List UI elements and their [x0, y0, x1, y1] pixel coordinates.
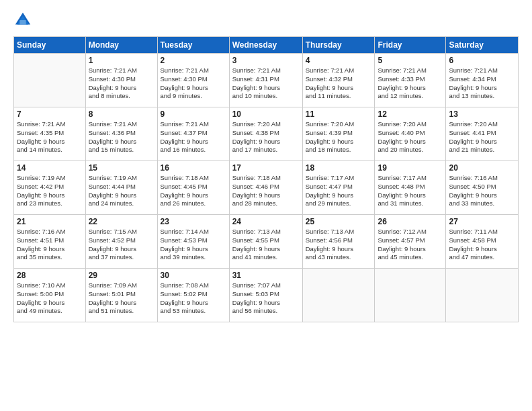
day-number: 16	[161, 163, 226, 173]
day-info: Sunrise: 7:13 AM Sunset: 4:56 PM Dayligh…	[306, 228, 372, 262]
day-cell: 27Sunrise: 7:11 AM Sunset: 4:58 PM Dayli…	[446, 215, 519, 269]
day-cell: 21Sunrise: 7:16 AM Sunset: 4:51 PM Dayli…	[14, 215, 86, 269]
page: SundayMondayTuesdayWednesdayThursdayFrid…	[0, 0, 532, 411]
day-cell: 15Sunrise: 7:19 AM Sunset: 4:44 PM Dayli…	[85, 161, 157, 215]
day-number: 4	[306, 56, 372, 65]
day-header-thursday: Thursday	[302, 37, 375, 54]
day-info: Sunrise: 7:19 AM Sunset: 4:42 PM Dayligh…	[17, 174, 83, 208]
day-number: 20	[449, 163, 515, 173]
day-info: Sunrise: 7:18 AM Sunset: 4:45 PM Dayligh…	[161, 174, 226, 208]
svg-rect-2	[19, 20, 26, 25]
day-cell: 6Sunrise: 7:21 AM Sunset: 4:34 PM Daylig…	[446, 54, 519, 107]
day-info: Sunrise: 7:07 AM Sunset: 5:03 PM Dayligh…	[232, 281, 300, 316]
day-info: Sunrise: 7:08 AM Sunset: 5:02 PM Dayligh…	[161, 281, 226, 316]
week-row-2: 7Sunrise: 7:21 AM Sunset: 4:35 PM Daylig…	[14, 107, 519, 161]
day-info: Sunrise: 7:18 AM Sunset: 4:46 PM Dayligh…	[232, 174, 300, 208]
day-number: 15	[89, 163, 154, 173]
day-header-saturday: Saturday	[446, 37, 519, 54]
day-cell	[14, 54, 86, 107]
day-info: Sunrise: 7:13 AM Sunset: 4:55 PM Dayligh…	[232, 228, 300, 262]
day-header-wednesday: Wednesday	[229, 37, 302, 54]
day-cell: 2Sunrise: 7:21 AM Sunset: 4:30 PM Daylig…	[157, 54, 229, 107]
day-info: Sunrise: 7:17 AM Sunset: 4:48 PM Dayligh…	[378, 174, 443, 208]
day-info: Sunrise: 7:15 AM Sunset: 4:52 PM Dayligh…	[89, 228, 154, 262]
day-info: Sunrise: 7:09 AM Sunset: 5:01 PM Dayligh…	[89, 281, 154, 316]
day-number: 9	[161, 109, 226, 119]
day-cell: 16Sunrise: 7:18 AM Sunset: 4:45 PM Dayli…	[157, 161, 229, 215]
day-cell: 25Sunrise: 7:13 AM Sunset: 4:56 PM Dayli…	[302, 215, 375, 269]
day-header-tuesday: Tuesday	[157, 37, 229, 54]
day-info: Sunrise: 7:16 AM Sunset: 4:50 PM Dayligh…	[449, 174, 515, 208]
day-number: 7	[17, 109, 83, 119]
week-row-1: 1Sunrise: 7:21 AM Sunset: 4:30 PM Daylig…	[14, 54, 519, 107]
day-cell: 11Sunrise: 7:20 AM Sunset: 4:39 PM Dayli…	[302, 107, 375, 161]
calendar-body: 1Sunrise: 7:21 AM Sunset: 4:30 PM Daylig…	[14, 54, 519, 322]
day-info: Sunrise: 7:21 AM Sunset: 4:35 PM Dayligh…	[17, 120, 83, 154]
day-info: Sunrise: 7:21 AM Sunset: 4:32 PM Dayligh…	[306, 66, 372, 101]
week-row-3: 14Sunrise: 7:19 AM Sunset: 4:42 PM Dayli…	[14, 161, 519, 215]
week-row-4: 21Sunrise: 7:16 AM Sunset: 4:51 PM Dayli…	[14, 215, 519, 269]
day-number: 8	[89, 109, 154, 119]
day-cell: 31Sunrise: 7:07 AM Sunset: 5:03 PM Dayli…	[229, 269, 302, 322]
day-number: 11	[306, 109, 372, 119]
day-info: Sunrise: 7:20 AM Sunset: 4:41 PM Dayligh…	[449, 120, 515, 154]
day-info: Sunrise: 7:21 AM Sunset: 4:31 PM Dayligh…	[232, 66, 300, 101]
day-info: Sunrise: 7:20 AM Sunset: 4:40 PM Dayligh…	[378, 120, 443, 154]
day-number: 10	[232, 109, 300, 119]
day-number: 12	[378, 109, 443, 119]
day-number: 13	[449, 109, 515, 119]
day-cell: 24Sunrise: 7:13 AM Sunset: 4:55 PM Dayli…	[229, 215, 302, 269]
day-number: 3	[232, 56, 300, 65]
day-cell: 8Sunrise: 7:21 AM Sunset: 4:36 PM Daylig…	[85, 107, 157, 161]
day-info: Sunrise: 7:20 AM Sunset: 4:39 PM Dayligh…	[306, 120, 372, 154]
day-number: 26	[378, 217, 443, 226]
logo-icon	[13, 11, 32, 30]
day-cell: 26Sunrise: 7:12 AM Sunset: 4:57 PM Dayli…	[375, 215, 446, 269]
day-cell: 1Sunrise: 7:21 AM Sunset: 4:30 PM Daylig…	[85, 54, 157, 107]
day-cell: 29Sunrise: 7:09 AM Sunset: 5:01 PM Dayli…	[85, 269, 157, 322]
day-cell: 3Sunrise: 7:21 AM Sunset: 4:31 PM Daylig…	[229, 54, 302, 107]
day-info: Sunrise: 7:21 AM Sunset: 4:34 PM Dayligh…	[449, 66, 515, 101]
day-cell: 7Sunrise: 7:21 AM Sunset: 4:35 PM Daylig…	[14, 107, 86, 161]
day-number: 30	[161, 271, 226, 280]
day-number: 24	[232, 217, 300, 226]
day-cell: 9Sunrise: 7:21 AM Sunset: 4:37 PM Daylig…	[157, 107, 229, 161]
day-number: 27	[449, 217, 515, 226]
calendar: SundayMondayTuesdayWednesdayThursdayFrid…	[13, 36, 519, 322]
day-cell: 30Sunrise: 7:08 AM Sunset: 5:02 PM Dayli…	[157, 269, 229, 322]
day-info: Sunrise: 7:21 AM Sunset: 4:36 PM Dayligh…	[89, 120, 154, 154]
day-cell: 12Sunrise: 7:20 AM Sunset: 4:40 PM Dayli…	[375, 107, 446, 161]
day-number: 2	[161, 56, 226, 65]
day-cell: 19Sunrise: 7:17 AM Sunset: 4:48 PM Dayli…	[375, 161, 446, 215]
header-row: SundayMondayTuesdayWednesdayThursdayFrid…	[14, 37, 519, 54]
calendar-header: SundayMondayTuesdayWednesdayThursdayFrid…	[14, 37, 519, 54]
day-cell: 14Sunrise: 7:19 AM Sunset: 4:42 PM Dayli…	[14, 161, 86, 215]
day-cell: 18Sunrise: 7:17 AM Sunset: 4:47 PM Dayli…	[302, 161, 375, 215]
day-number: 5	[378, 56, 443, 65]
day-cell: 28Sunrise: 7:10 AM Sunset: 5:00 PM Dayli…	[14, 269, 86, 322]
day-number: 1	[89, 56, 154, 65]
day-number: 18	[306, 163, 372, 173]
day-info: Sunrise: 7:14 AM Sunset: 4:53 PM Dayligh…	[161, 228, 226, 262]
day-number: 6	[449, 56, 515, 65]
week-row-5: 28Sunrise: 7:10 AM Sunset: 5:00 PM Dayli…	[14, 269, 519, 322]
day-number: 28	[17, 271, 83, 280]
day-cell: 10Sunrise: 7:20 AM Sunset: 4:38 PM Dayli…	[229, 107, 302, 161]
day-number: 31	[232, 271, 300, 280]
day-info: Sunrise: 7:17 AM Sunset: 4:47 PM Dayligh…	[306, 174, 372, 208]
day-info: Sunrise: 7:16 AM Sunset: 4:51 PM Dayligh…	[17, 228, 83, 262]
day-info: Sunrise: 7:21 AM Sunset: 4:33 PM Dayligh…	[378, 66, 443, 101]
day-number: 19	[378, 163, 443, 173]
day-info: Sunrise: 7:19 AM Sunset: 4:44 PM Dayligh…	[89, 174, 154, 208]
day-cell: 13Sunrise: 7:20 AM Sunset: 4:41 PM Dayli…	[446, 107, 519, 161]
day-number: 25	[306, 217, 372, 226]
day-number: 23	[161, 217, 226, 226]
day-cell: 4Sunrise: 7:21 AM Sunset: 4:32 PM Daylig…	[302, 54, 375, 107]
day-info: Sunrise: 7:20 AM Sunset: 4:38 PM Dayligh…	[232, 120, 300, 154]
day-info: Sunrise: 7:21 AM Sunset: 4:37 PM Dayligh…	[161, 120, 226, 154]
day-cell: 5Sunrise: 7:21 AM Sunset: 4:33 PM Daylig…	[375, 54, 446, 107]
day-cell: 22Sunrise: 7:15 AM Sunset: 4:52 PM Dayli…	[85, 215, 157, 269]
day-header-monday: Monday	[85, 37, 157, 54]
day-info: Sunrise: 7:10 AM Sunset: 5:00 PM Dayligh…	[17, 281, 83, 316]
day-header-friday: Friday	[375, 37, 446, 54]
